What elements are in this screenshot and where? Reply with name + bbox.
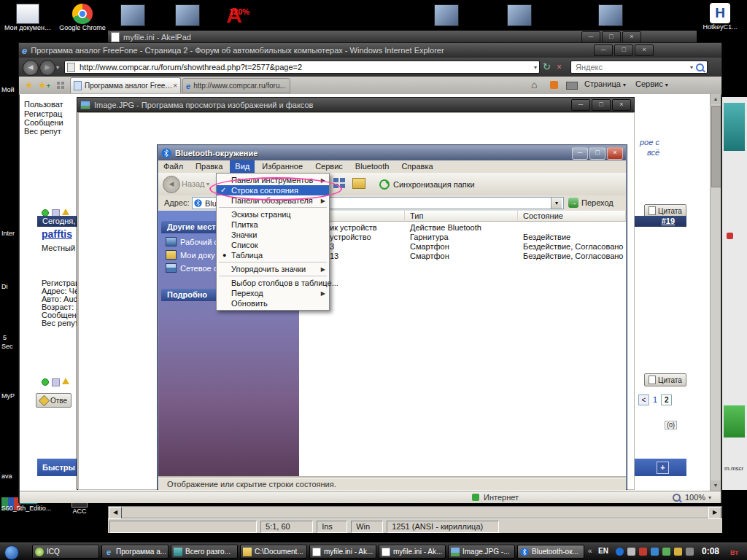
sync-folder-button[interactable]: Синхронизация папки <box>375 176 479 192</box>
scroll-thumb[interactable] <box>711 106 721 187</box>
close-button[interactable]: × <box>622 31 641 43</box>
taskbar-task-akelpad-1[interactable]: myfile.ini - Ak... <box>309 545 376 559</box>
sidebar-item-network[interactable]: Сетевое о <box>166 263 218 273</box>
menu-service[interactable]: Сервис <box>310 160 348 173</box>
maximize-button[interactable]: □ <box>589 147 605 160</box>
address-dropdown-icon[interactable]: ▾ <box>534 64 537 71</box>
tab-close-icon[interactable]: × <box>173 82 177 90</box>
sidebar-item-desktop[interactable]: Рабочий с <box>166 237 218 246</box>
taskbar-task-explorer[interactable]: C:\Document... <box>240 545 307 559</box>
menu-item-details[interactable]: ●Таблица <box>217 250 329 260</box>
taskbar-task-ie[interactable]: eПрограмма а... <box>101 545 169 559</box>
tray-misc-icon[interactable] <box>686 548 694 556</box>
tray-messenger-icon[interactable] <box>662 548 670 556</box>
tray-chevron-icon[interactable]: « <box>588 547 592 555</box>
sidebar-item-my-documents[interactable]: Мои доку <box>166 250 215 260</box>
taskbar-task-bluetooth[interactable]: Bluetooth-ок... <box>517 545 584 559</box>
search-icon[interactable] <box>696 63 704 71</box>
akelpad-hscrollbar[interactable]: ◀ ▶ <box>108 506 722 518</box>
desktop-icon-shortcut-1[interactable] <box>120 4 145 26</box>
go-button[interactable]: → Переход <box>568 198 614 208</box>
menu-item-refresh[interactable]: Обновить <box>217 298 329 308</box>
menu-item-tiles[interactable]: Плитка <box>217 219 329 230</box>
rss-icon[interactable] <box>550 81 558 89</box>
minimize-button[interactable]: ─ <box>581 31 600 43</box>
maximize-button[interactable]: □ <box>614 44 633 56</box>
row-name[interactable]: 3 <box>330 242 334 251</box>
taskbar-task-icq[interactable]: ICQ <box>32 545 99 559</box>
menu-item-icons[interactable]: Значки <box>217 230 329 240</box>
menu-bluetooth[interactable]: Bluetooth <box>350 160 394 173</box>
menu-file[interactable]: Файл <box>158 160 188 173</box>
search-box[interactable]: ▾ <box>570 61 708 74</box>
desktop-icon-shortcut-3[interactable] <box>434 4 459 26</box>
tools-menu-button[interactable]: Сервис ▾ <box>635 79 668 88</box>
desktop-icon-my-documents[interactable]: Мои документы <box>4 4 51 31</box>
desktop-icon-shortcut-4[interactable] <box>507 4 532 26</box>
tab-inactive[interactable]: e http://www.compcar.ru/foru... <box>182 78 290 93</box>
add-favorite-icon[interactable]: ★+ <box>38 79 50 90</box>
scroll-up-arrow[interactable]: ▲ <box>711 94 721 104</box>
username-link[interactable]: pafftis <box>42 228 72 240</box>
address-field[interactable]: ▾ <box>64 61 540 74</box>
page-menu-button[interactable]: Страница ▾ <box>584 79 626 88</box>
desktop-icon-shortcut-2[interactable] <box>175 4 200 26</box>
desktop-icon-shortcut-5[interactable] <box>598 4 623 26</box>
minimize-button[interactable]: ─ <box>594 44 613 56</box>
back-button[interactable]: ◀ <box>163 176 180 193</box>
close-button[interactable]: × <box>612 99 631 111</box>
scroll-left-arrow[interactable]: ◀ <box>109 507 122 519</box>
menu-view[interactable]: Вид <box>230 160 255 173</box>
scroll-right-arrow[interactable]: ▶ <box>708 507 721 519</box>
bt-titlebar[interactable]: Bluetooth-окружение ─ □ × <box>158 146 626 160</box>
taskbar-task-akelpad-2[interactable]: myfile.ini - Ak... <box>379 545 446 559</box>
menu-favorites[interactable]: Избранное <box>257 160 308 173</box>
tray-volume-icon[interactable] <box>627 548 635 556</box>
pager-page-2[interactable]: 2 <box>661 394 672 405</box>
print-icon[interactable] <box>566 82 578 90</box>
stop-button[interactable]: × <box>557 62 562 72</box>
tab-active[interactable]: Программа аналог FreeF... × <box>70 77 181 93</box>
row-name[interactable]: ик устройств <box>330 223 377 232</box>
folders-icon[interactable] <box>352 178 365 189</box>
tray-network-icon[interactable] <box>651 548 659 556</box>
pager-page-1[interactable]: 1 <box>653 395 657 404</box>
tray-antivirus-icon[interactable] <box>639 548 647 556</box>
search-input[interactable] <box>574 62 690 72</box>
pager-prev[interactable]: < <box>638 394 649 405</box>
favorites-star-icon[interactable]: ★ <box>25 79 34 90</box>
menu-help[interactable]: Справка <box>396 160 438 173</box>
menu-item-goto[interactable]: Переход▶ <box>217 288 329 298</box>
row-name[interactable]: 13 <box>330 252 338 260</box>
forward-button[interactable]: ▶ <box>39 60 55 76</box>
minimize-button[interactable]: ─ <box>572 147 588 160</box>
language-indicator[interactable]: EN <box>598 547 608 555</box>
history-dropdown[interactable]: ▾ <box>56 64 59 71</box>
refresh-button[interactable]: ↻ <box>543 61 551 72</box>
back-dropdown-icon[interactable]: ▾ <box>206 181 209 187</box>
home-icon[interactable]: ⌂ <box>531 79 537 90</box>
maximize-button[interactable]: □ <box>602 31 621 43</box>
maximize-button[interactable]: □ <box>592 99 611 111</box>
viewer-titlebar[interactable]: Image.JPG - Программа просмотра изображе… <box>77 98 634 112</box>
taskbar-task-calls[interactable]: Всего разго... <box>171 545 238 559</box>
menu-edit[interactable]: Правка <box>190 160 228 173</box>
ie-titlebar[interactable]: e Программа аналог FreeFone - Страница 2… <box>19 43 721 58</box>
close-button[interactable]: × <box>607 147 623 160</box>
column-header-state[interactable]: Состояние <box>518 211 626 222</box>
zoom-level[interactable]: 100% <box>685 493 705 502</box>
post-number-link[interactable]: #19 <box>662 216 675 227</box>
ie-vertical-scrollbar[interactable]: ▲ ▼ <box>710 94 721 491</box>
quote-button[interactable]: Цитата <box>644 373 686 386</box>
reply-button[interactable]: Отве <box>36 393 71 408</box>
menu-item-arrange-icons[interactable]: Упорядочить значки▶ <box>217 264 329 274</box>
tray-bluetooth-icon[interactable] <box>616 548 624 556</box>
search-dropdown-icon[interactable]: ▾ <box>690 64 693 71</box>
row-name[interactable]: устройство <box>330 233 371 241</box>
zoom-dropdown-icon[interactable]: ▾ <box>708 494 711 501</box>
address-dropdown-button[interactable]: ▾ <box>551 198 562 209</box>
menu-item-thumbnails[interactable]: Эскизы страниц <box>217 209 329 219</box>
menu-item-choose-columns[interactable]: Выбор столбцов в таблице... <box>217 278 329 288</box>
scroll-down-arrow[interactable]: ▼ <box>711 481 721 491</box>
minimize-button[interactable]: ─ <box>571 99 590 111</box>
